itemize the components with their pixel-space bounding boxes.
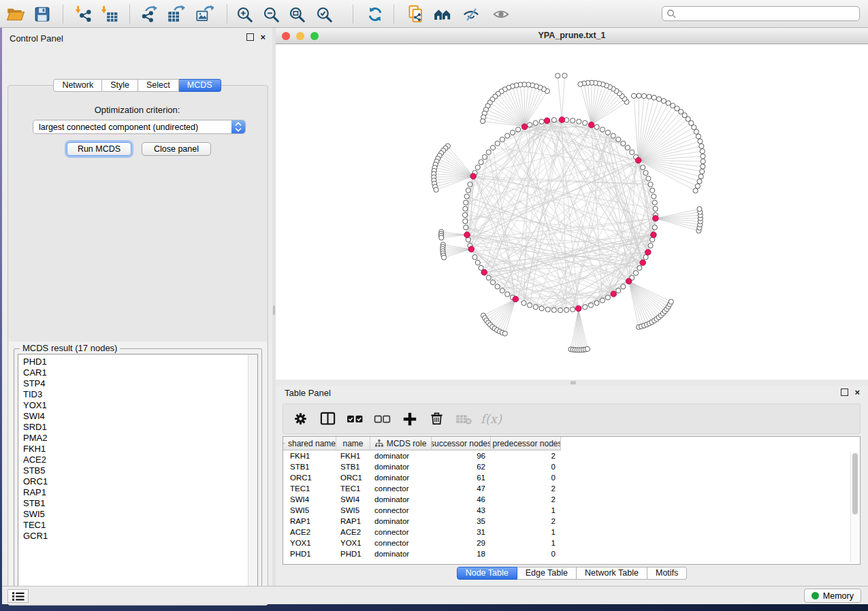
tab-network[interactable]: Network — [53, 79, 102, 92]
splitter-grip[interactable] — [570, 381, 576, 384]
first-neighbors-button[interactable] — [432, 4, 453, 24]
apply-layout-button[interactable] — [364, 4, 386, 24]
network-graph[interactable] — [276, 44, 868, 380]
mcds-result-item[interactable]: SWI5 — [23, 509, 48, 520]
mcds-result-item[interactable]: SWI4 — [23, 411, 48, 422]
table-row[interactable]: STB1STB1dominator620 — [283, 461, 860, 472]
table-cell: YOX1 — [283, 539, 336, 547]
tab-mcds[interactable]: MCDS — [179, 79, 221, 92]
network-window-title: YPA_prune.txt_1 — [276, 31, 868, 40]
plus-icon — [401, 410, 419, 428]
mcds-result-item[interactable]: PHD1 — [23, 357, 48, 367]
table-row[interactable]: YOX1YOX1connector291 — [283, 538, 860, 548]
export-network-button[interactable] — [138, 4, 159, 24]
toggle-panel-columns-button[interactable] — [319, 410, 337, 428]
mcds-result-item[interactable]: RAP1 — [23, 487, 48, 498]
mcds-result-item[interactable]: STB1 — [23, 498, 48, 509]
export-image-button[interactable] — [193, 4, 215, 24]
network-from-selection-button[interactable] — [404, 4, 426, 24]
deselect-all-button[interactable] — [373, 410, 391, 428]
tab-select[interactable]: Select — [138, 79, 179, 92]
memory-button[interactable]: Memory — [804, 589, 861, 603]
tab-network-table[interactable]: Network Table — [577, 567, 647, 580]
column-header-mcds-role[interactable]: MCDS role — [370, 437, 432, 450]
zoom-out-button[interactable] — [260, 4, 282, 24]
float-panel-icon[interactable] — [841, 389, 848, 396]
column-header-shared-name[interactable]: shared name — [283, 437, 336, 450]
tab-node-table[interactable]: Node Table — [457, 567, 517, 580]
select-all-button[interactable] — [346, 410, 364, 428]
open-file-button[interactable] — [4, 4, 26, 24]
table-cell: 2 — [491, 495, 561, 503]
table-cell: 62 — [432, 463, 491, 471]
zoom-selected-button[interactable] — [313, 4, 335, 24]
close-panel-button[interactable]: Close panel — [142, 142, 211, 156]
add-column-button[interactable] — [400, 410, 419, 428]
function-builder-button-disabled[interactable]: f(x) — [482, 410, 500, 428]
mcds-result-item[interactable]: ACE2 — [23, 455, 48, 465]
table-row[interactable]: FKH1FKH1dominator962 — [283, 450, 860, 461]
table-settings-button[interactable] — [291, 410, 310, 428]
table-cell: 1 — [491, 528, 561, 536]
column-header-successor-nodes[interactable]: successor nodes — [432, 437, 491, 450]
control-panel: Control Panel × NetworkStyleSelectMCDS O… — [2, 28, 272, 586]
table-row[interactable]: SWI4SWI4dominator462 — [283, 494, 860, 505]
delete-column-button[interactable] — [428, 410, 446, 428]
mcds-result-panel: MCDS result (17 nodes) PHD1CAR1STP4TID3Y… — [9, 342, 267, 604]
network-window-titlebar[interactable]: YPA_prune.txt_1 — [276, 28, 868, 44]
mcds-result-item[interactable]: STB5 — [23, 465, 48, 476]
horizontal-splitter[interactable] — [276, 380, 868, 386]
table-row[interactable]: ACE2ACE2connector311 — [283, 527, 860, 538]
mcds-result-item[interactable]: SRD1 — [23, 422, 48, 433]
zoom-in-icon — [236, 5, 253, 23]
main-toolbar — [0, 0, 868, 28]
table-row[interactable]: PHD1PHD1dominator180 — [283, 548, 860, 559]
table-cell: connector — [370, 539, 432, 547]
eye-slash-icon — [462, 5, 480, 23]
column-header-name[interactable]: name — [336, 437, 370, 450]
mcds-result-item[interactable]: YOX1 — [23, 400, 48, 411]
table-row[interactable]: RAP1RAP1dominator352 — [283, 516, 860, 527]
delete-table-button-disabled[interactable] — [455, 410, 473, 428]
mcds-result-item[interactable]: FKH1 — [23, 444, 48, 455]
mcds-result-item[interactable]: STP4 — [23, 378, 48, 389]
run-mcds-button[interactable]: Run MCDS — [67, 142, 131, 156]
hide-selected-button[interactable] — [460, 4, 482, 24]
mcds-list-scrollbar[interactable] — [248, 354, 257, 593]
criterion-dropdown[interactable]: largest connected component (undirected) — [33, 120, 246, 134]
close-panel-icon[interactable]: × — [260, 33, 266, 41]
tab-edge-table[interactable]: Edge Table — [517, 567, 577, 580]
mcds-result-item[interactable]: ORC1 — [23, 476, 48, 487]
close-panel-icon[interactable]: × — [854, 389, 860, 396]
save-session-button[interactable] — [31, 4, 53, 24]
column-header-predecessor-nodes[interactable]: predecessor nodes — [491, 437, 561, 450]
splitter-grip[interactable] — [273, 306, 275, 315]
table-row[interactable]: SWI5SWI5connector431 — [283, 505, 860, 516]
search-input[interactable] — [679, 8, 859, 19]
mcds-result-item[interactable]: TID3 — [23, 389, 48, 400]
zoom-fit-button[interactable] — [286, 4, 308, 24]
table-scrollbar[interactable] — [850, 452, 858, 563]
desktop: { "toolbar": { "search": { "placeholder"… — [0, 0, 868, 611]
mcds-result-item[interactable]: CAR1 — [23, 367, 48, 378]
memory-status-icon — [811, 592, 819, 599]
table-cell: ACE2 — [336, 528, 370, 536]
network-canvas[interactable] — [276, 44, 868, 380]
float-panel-icon[interactable] — [246, 33, 254, 41]
task-history-button[interactable] — [7, 589, 29, 603]
show-all-button[interactable] — [490, 4, 512, 24]
tab-style[interactable]: Style — [102, 79, 138, 92]
mcds-result-item[interactable]: PMA2 — [23, 433, 48, 444]
zoom-in-button[interactable] — [234, 4, 255, 24]
mcds-result-item[interactable]: GCR1 — [23, 531, 48, 542]
mcds-result-item[interactable]: TEC1 — [23, 520, 48, 531]
table-cell: 1 — [491, 506, 561, 514]
table-row[interactable]: ORC1ORC1dominator610 — [283, 472, 860, 483]
tab-motifs[interactable]: Motifs — [647, 567, 687, 580]
table-scrollbar-thumb[interactable] — [852, 453, 858, 514]
import-table-button[interactable] — [98, 4, 120, 24]
table-row[interactable]: TEC1TEC1connector472 — [283, 483, 860, 494]
search-box[interactable] — [662, 6, 860, 21]
export-table-button[interactable] — [165, 4, 187, 24]
import-network-button[interactable] — [72, 4, 94, 24]
